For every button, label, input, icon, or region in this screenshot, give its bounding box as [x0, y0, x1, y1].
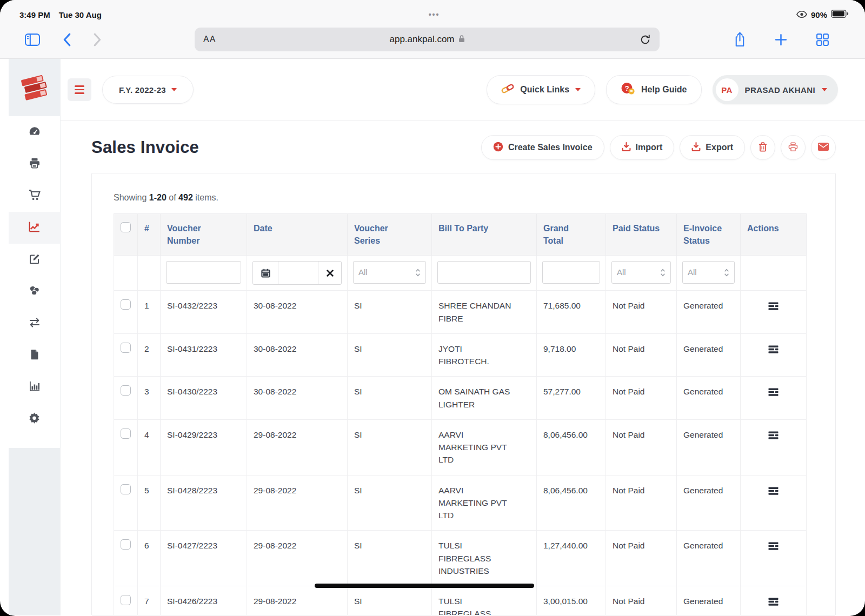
ankpal-logo[interactable]	[9, 59, 60, 116]
lock-icon	[458, 35, 465, 45]
invoice-table: # Voucher Number Date Voucher Series Bil…	[114, 213, 807, 615]
help-guide-label: Help Guide	[641, 85, 687, 95]
reader-text-size-button[interactable]: AA	[203, 35, 216, 44]
tabs-overview-icon[interactable]	[816, 33, 829, 46]
einvoice-status-filter-select[interactable]: All	[682, 261, 735, 284]
row-checkbox[interactable]	[121, 385, 131, 396]
date-cell: 29-08-2022	[247, 586, 348, 615]
row-select-cell	[114, 419, 138, 475]
privacy-eye-icon	[796, 10, 807, 19]
url-display: app.ankpal.com	[195, 34, 660, 45]
bill-to-party-cell: TULSI FIBREGLASS INDUSTRIES	[432, 586, 537, 615]
row-actions-menu-icon[interactable]	[768, 595, 778, 609]
row-checkbox[interactable]	[121, 595, 131, 605]
voucher-number-cell: SI-0427/2223	[161, 531, 247, 586]
delete-button[interactable]	[750, 135, 775, 160]
table-row: 7 SI-0426/2223 29-08-2022 SI TULSI FIBRE…	[114, 586, 807, 615]
forward-icon[interactable]	[94, 33, 102, 46]
row-actions-menu-icon[interactable]	[768, 428, 778, 443]
row-number: 2	[138, 333, 161, 377]
sidebar-item-purchases[interactable]	[9, 180, 60, 212]
paid-status-filter-select[interactable]: All	[611, 261, 671, 284]
create-sales-invoice-button[interactable]: Create Sales Invoice	[481, 135, 604, 160]
clear-date-icon[interactable]	[318, 262, 341, 284]
app-main: F.Y. 2022-23 Quick Links ?	[61, 59, 865, 615]
sidebar-item-dashboard[interactable]	[9, 116, 60, 148]
sidebar-item-payments[interactable]	[9, 276, 60, 307]
menu-toggle-icon[interactable]	[68, 78, 91, 101]
sidebar-item-settings[interactable]	[9, 403, 60, 435]
browser-chrome: 3:49 PM Tue 30 Aug ••• 90%	[0, 0, 865, 59]
table-row: 3 SI-0430/2223 30-08-2022 SI OM SAINATH …	[114, 377, 807, 420]
sidebar-toggle-icon[interactable]	[25, 34, 40, 46]
sidebar-item-sales[interactable]	[9, 212, 60, 244]
ipad-screen: 3:49 PM Tue 30 Aug ••• 90%	[0, 0, 865, 616]
print-button[interactable]	[781, 135, 806, 160]
import-button[interactable]: Import	[610, 135, 675, 160]
row-actions-cell	[741, 586, 807, 615]
new-tab-icon[interactable]	[774, 33, 788, 46]
bill-to-party-cell: TULSI FIBREGLASS INDUSTRIES	[432, 531, 537, 586]
email-button[interactable]	[811, 135, 836, 160]
address-bar[interactable]: AA app.ankpal.com	[195, 28, 660, 51]
calendar-icon[interactable]	[253, 262, 278, 284]
row-checkbox[interactable]	[121, 539, 131, 550]
table-row: 4 SI-0429/2223 29-08-2022 SI AARVI MARKE…	[114, 419, 807, 475]
col-paid-status: Paid Status	[606, 214, 677, 256]
row-number: 4	[138, 419, 161, 475]
col-date: Date	[247, 214, 348, 256]
date-filter-input[interactable]	[278, 262, 318, 284]
status-ellipsis[interactable]: •••	[198, 10, 670, 19]
filter-empty-cell	[741, 256, 807, 291]
row-checkbox[interactable]	[121, 428, 131, 439]
row-actions-menu-icon[interactable]	[768, 299, 778, 313]
col-actions: Actions	[741, 214, 807, 256]
user-name: PRASAD AKHANI	[745, 85, 815, 95]
table-row: 1 SI-0432/2223 30-08-2022 SI SHREE CHAND…	[114, 291, 807, 334]
sales-invoice-page: Sales Invoice Create Sales Invoice	[61, 121, 865, 615]
einvoice-status-cell: Generated	[677, 333, 741, 377]
sidebar-item-print[interactable]	[9, 148, 60, 180]
paid-status-cell: Not Paid	[606, 419, 677, 475]
voucher-series-cell: SI	[348, 531, 432, 586]
row-actions-menu-icon[interactable]	[768, 539, 778, 553]
row-checkbox[interactable]	[121, 343, 131, 353]
row-select-cell	[114, 377, 138, 420]
date-cell: 29-08-2022	[247, 419, 348, 475]
grand-total-filter-input[interactable]	[542, 261, 600, 284]
header-right: Quick Links ? Help Guide PA PRASAD AKHAN…	[487, 75, 838, 104]
edit-icon	[28, 252, 41, 267]
voucher-number-filter-input[interactable]	[166, 261, 241, 284]
paid-status-cell: Not Paid	[606, 291, 677, 334]
user-menu[interactable]: PA PRASAD AKHANI	[713, 75, 838, 104]
sidebar-item-documents[interactable]	[9, 339, 60, 371]
row-actions-cell	[741, 333, 807, 377]
row-actions-menu-icon[interactable]	[768, 484, 778, 498]
voucher-series-filter-select[interactable]: All	[353, 261, 426, 284]
share-icon[interactable]	[734, 32, 746, 47]
quick-links-button[interactable]: Quick Links	[487, 75, 595, 104]
home-indicator[interactable]	[315, 584, 534, 588]
quick-links-label: Quick Links	[520, 85, 569, 95]
page-head: Sales Invoice Create Sales Invoice	[91, 135, 836, 160]
voucher-number-cell: SI-0426/2223	[161, 586, 247, 615]
export-button[interactable]: Export	[680, 135, 745, 160]
sidebar-item-transfers[interactable]	[9, 307, 60, 339]
status-bar: 3:49 PM Tue 30 Aug ••• 90%	[0, 0, 865, 22]
bill-to-party-filter-input[interactable]	[437, 261, 531, 284]
date-cell: 30-08-2022	[247, 377, 348, 420]
sidebar-item-edit-vouchers[interactable]	[9, 244, 60, 276]
row-actions-menu-icon[interactable]	[768, 385, 778, 399]
row-checkbox[interactable]	[121, 484, 131, 494]
sidebar-item-reports[interactable]	[9, 371, 60, 403]
sidebar-footer-panel	[9, 448, 60, 615]
paid-status-cell: Not Paid	[606, 333, 677, 377]
row-actions-menu-icon[interactable]	[768, 343, 778, 357]
row-checkbox[interactable]	[121, 299, 131, 310]
help-guide-button[interactable]: ? Help Guide	[606, 75, 701, 104]
select-all-checkbox[interactable]	[121, 222, 131, 232]
fiscal-year-selector[interactable]: F.Y. 2022-23	[102, 76, 194, 104]
back-icon[interactable]	[63, 33, 71, 46]
reload-icon[interactable]	[640, 34, 651, 45]
chevron-down-icon	[822, 88, 827, 91]
